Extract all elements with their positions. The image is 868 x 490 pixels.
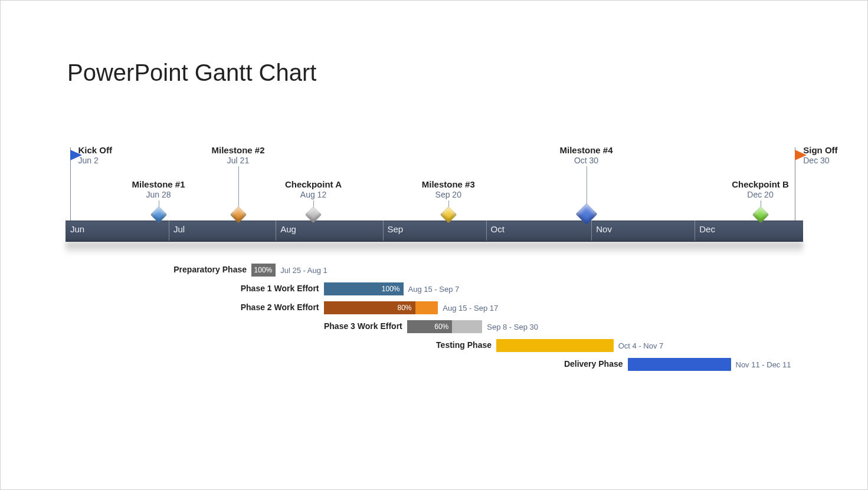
milestone-label: Checkpoint B <box>732 179 789 189</box>
axis-tick-label: Jun <box>70 224 84 234</box>
milestone-date: Jun 28 <box>146 190 171 199</box>
milestone-date: Jul 21 <box>227 156 249 165</box>
axis-tick <box>276 221 276 241</box>
milestone-label: Milestone #4 <box>559 145 612 155</box>
milestone-label: Kick Off <box>78 145 113 155</box>
milestone-label: Sign Off <box>803 145 837 155</box>
milestone-date: Oct 30 <box>574 156 598 165</box>
task-date-range: Oct 4 - Nov 7 <box>618 341 664 350</box>
task-rows: Preparatory Phase100%Jul 25 - Aug 1Phase… <box>65 261 803 374</box>
flag-icon <box>795 150 807 160</box>
milestone-date: Aug 12 <box>300 190 326 199</box>
task-row: Testing PhaseOct 4 - Nov 7 <box>65 337 803 356</box>
axis-tick <box>383 221 384 241</box>
task-progress-label: 60% <box>407 320 453 333</box>
task-progress-label: 100% <box>324 282 404 295</box>
task-row: Delivery PhaseNov 11 - Dec 11 <box>65 356 803 374</box>
task-bar: 100% <box>251 264 276 277</box>
flag-icon <box>70 150 82 160</box>
task-progress-label: 80% <box>324 301 415 314</box>
axis-tick <box>591 221 592 241</box>
task-date-range: Aug 15 - Sep 17 <box>443 304 498 313</box>
milestone-stem <box>238 166 239 210</box>
axis-tick <box>695 221 695 241</box>
milestone-date: Sep 20 <box>435 190 461 199</box>
task-label: Phase 1 Work Effort <box>241 284 319 293</box>
axis-tick-label: Oct <box>491 224 505 234</box>
axis-tick-label: Jul <box>173 224 185 234</box>
milestone-date: Dec 20 <box>747 190 773 199</box>
task-bar: 100% <box>324 282 404 295</box>
task-row: Phase 1 Work Effort100%Aug 15 - Sep 7 <box>65 280 803 299</box>
milestone-label: Milestone #1 <box>132 179 185 189</box>
axis-tick <box>486 221 487 241</box>
milestone-label: Checkpoint A <box>285 179 342 189</box>
gantt-chart: JunJulAugSepOctNovDec Kick OffJun 2Miles… <box>65 116 803 369</box>
axis-tick-label: Nov <box>596 224 612 234</box>
axis-tick-label: Aug <box>280 224 296 234</box>
task-date-range: Jul 25 - Aug 1 <box>280 266 327 275</box>
task-bar <box>628 358 731 371</box>
task-label: Testing Phase <box>436 340 492 350</box>
axis-tick-label: Sep <box>388 224 404 234</box>
task-date-range: Sep 8 - Sep 30 <box>487 323 538 331</box>
axis-tick-label: Dec <box>699 224 715 234</box>
axis-shadow <box>65 242 803 255</box>
task-date-range: Aug 15 - Sep 7 <box>408 285 460 294</box>
task-progress-label: 100% <box>251 264 276 277</box>
task-row: Phase 2 Work Effort80%Aug 15 - Sep 17 <box>65 299 803 318</box>
task-label: Delivery Phase <box>564 359 623 369</box>
slide: PowerPoint Gantt Chart JunJulAugSepOctNo… <box>0 0 868 490</box>
task-row: Preparatory Phase100%Jul 25 - Aug 1 <box>65 261 803 280</box>
task-label: Phase 3 Work Effort <box>324 321 402 331</box>
milestone-label: Milestone #2 <box>211 145 264 155</box>
task-row: Phase 3 Work Effort60%Sep 8 - Sep 30 <box>65 318 803 337</box>
task-label: Preparatory Phase <box>173 265 247 274</box>
task-label: Phase 2 Work Effort <box>241 302 319 312</box>
milestone-label: Milestone #3 <box>422 179 475 189</box>
task-bar <box>496 339 614 352</box>
slide-title: PowerPoint Gantt Chart <box>67 60 316 86</box>
task-date-range: Nov 11 - Dec 11 <box>736 360 791 369</box>
milestone-date: Dec 30 <box>803 156 829 165</box>
task-bar: 80% <box>324 301 438 314</box>
axis-tick <box>169 221 169 241</box>
task-bar: 60% <box>407 320 483 333</box>
